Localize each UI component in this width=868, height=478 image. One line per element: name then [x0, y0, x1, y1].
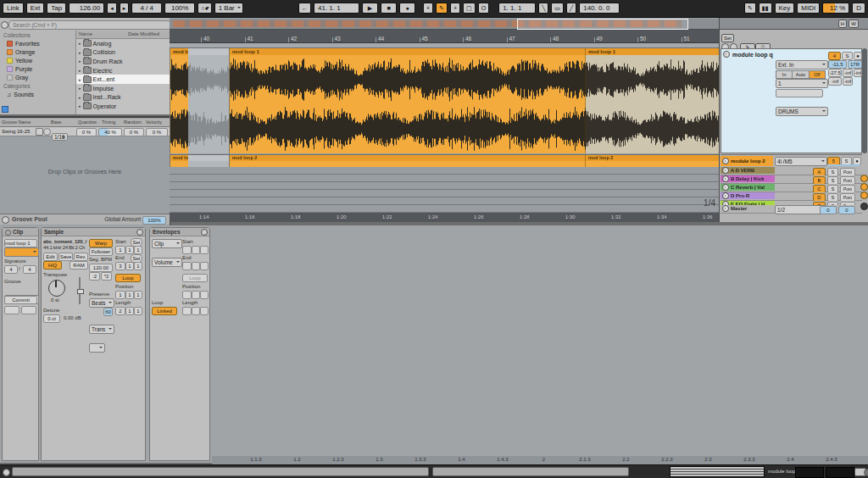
- overview-selection-box[interactable]: [517, 19, 688, 30]
- arrangement-position-field[interactable]: 41. 1. 1: [314, 3, 359, 14]
- track-name-block[interactable]: A D VERB: [721, 167, 775, 174]
- expand-arrow-icon[interactable]: ▸: [79, 50, 81, 55]
- monitor-in[interactable]: In: [776, 70, 793, 79]
- env-loop-button[interactable]: Loop: [182, 274, 208, 282]
- nudge-forward-button[interactable]: [21, 306, 36, 314]
- commit-button[interactable]: Commit: [4, 296, 37, 304]
- automation-arm-button[interactable]: +: [450, 3, 460, 14]
- env-value-box[interactable]: [192, 262, 200, 270]
- panel-expand-icon[interactable]: [201, 229, 208, 236]
- overdub-button[interactable]: +: [423, 3, 433, 14]
- envelope-device-dropdown[interactable]: Clip: [152, 239, 182, 248]
- env-value-box[interactable]: [200, 307, 209, 315]
- midi-map-button[interactable]: MIDI: [797, 3, 820, 14]
- draw-mode-button[interactable]: ✎: [436, 3, 448, 14]
- track-header-module-loop-q[interactable]: module loop q Ext. In 1 In Auto Off DRUM…: [721, 48, 862, 153]
- global-amount-field[interactable]: 100%: [142, 216, 166, 225]
- sidebar-item-collection[interactable]: Purple: [0, 64, 75, 73]
- bar-number[interactable]: 40: [203, 36, 209, 42]
- width-zoom-button[interactable]: W: [849, 19, 859, 28]
- arrangement-overview[interactable]: [170, 19, 719, 30]
- groove-velocity-field[interactable]: 0 %: [146, 128, 168, 136]
- bar-number[interactable]: 46: [465, 36, 471, 42]
- double-tempo-button[interactable]: *2: [101, 272, 112, 281]
- browser-item[interactable]: ▸Electric: [76, 66, 170, 75]
- master-knob-icon[interactable]: [860, 203, 868, 210]
- position-sixteenth[interactable]: 1: [134, 291, 142, 299]
- column-name[interactable]: Name: [76, 31, 125, 38]
- groove-column-header[interactable]: Base: [51, 119, 62, 126]
- sidebar-item-collection[interactable]: Gray: [0, 73, 75, 81]
- transient-envelope-field[interactable]: 60: [103, 308, 113, 316]
- hiq-button[interactable]: HiQ: [43, 261, 62, 270]
- input-channel-dropdown[interactable]: 1: [776, 79, 828, 88]
- pan-field[interactable]: 17R: [848, 60, 862, 69]
- audio-clip[interactable]: mod loop 1: [170, 48, 189, 153]
- groove-amount-field[interactable]: 100%: [164, 3, 195, 14]
- stop-button[interactable]: ■: [381, 3, 397, 14]
- env-value-box[interactable]: [200, 246, 209, 254]
- expand-arrow-icon[interactable]: ▸: [79, 41, 81, 46]
- time-signature-field[interactable]: 4 / 4: [131, 3, 162, 14]
- expand-arrow-icon[interactable]: ▸: [79, 58, 81, 64]
- edit-button[interactable]: Edit: [43, 253, 58, 261]
- track-lane-module-loop-2[interactable]: mod loop 2 mod loop 2 mod loop 2: [170, 154, 719, 167]
- unfold-icon[interactable]: [722, 192, 729, 199]
- automation-lane[interactable]: [170, 197, 719, 205]
- monitor-auto[interactable]: Auto: [792, 70, 809, 79]
- follower-button[interactable]: Follower: [89, 247, 113, 256]
- browser-toggle-icon[interactable]: [1, 21, 8, 29]
- groove-random-field[interactable]: 0 %: [124, 128, 144, 136]
- time-ruler[interactable]: 1:141:161:181:201:221:241:261:281:301:32…: [170, 213, 719, 222]
- record-button[interactable]: ●: [399, 3, 415, 14]
- audio-clip[interactable]: mod loop 2: [170, 155, 189, 167]
- browser-item[interactable]: ▸Collision: [76, 48, 170, 58]
- expand-arrow-icon[interactable]: ▸: [79, 103, 81, 108]
- sidebar-item-collection[interactable]: Orange: [0, 47, 75, 56]
- draw-icon[interactable]: ✎: [744, 3, 756, 14]
- return-track-row[interactable]: A D VERBASPost: [721, 167, 862, 175]
- automation-lane[interactable]: [170, 182, 719, 190]
- arm-button[interactable]: ●: [854, 52, 862, 60]
- track-name-block[interactable]: B Delay | Kick: [721, 175, 775, 182]
- groove-quantize-field[interactable]: 0 %: [76, 128, 97, 136]
- groove-name[interactable]: Swing 16-25: [2, 129, 30, 134]
- env-value-box[interactable]: [200, 291, 209, 299]
- bar-number[interactable]: 47: [509, 36, 515, 42]
- length-bar[interactable]: 2: [115, 307, 125, 315]
- env-value-box[interactable]: [200, 262, 209, 270]
- track-activator[interactable]: 4: [828, 52, 841, 60]
- groove-column-header[interactable]: Timing: [102, 119, 115, 126]
- track-name-block[interactable]: D Pro-R: [721, 192, 775, 199]
- loop-button[interactable]: Loop: [115, 274, 141, 282]
- bar-number[interactable]: 42: [291, 36, 297, 42]
- audio-from-dropdown[interactable]: Ext. In: [776, 60, 828, 69]
- start-bar[interactable]: 1: [115, 246, 125, 254]
- follow-button[interactable]: ←: [298, 3, 311, 14]
- end-bar[interactable]: 3: [115, 262, 125, 270]
- monitor-off[interactable]: Off: [809, 70, 826, 79]
- length-beat[interactable]: 1: [125, 307, 134, 315]
- browser-item[interactable]: ▸Impulse: [76, 84, 170, 93]
- groove-pool-toggle-icon[interactable]: [2, 216, 9, 224]
- quantize-menu[interactable]: 1 Bar: [214, 3, 243, 14]
- tap-button[interactable]: Tap: [47, 3, 66, 14]
- bar-number[interactable]: 43: [335, 36, 341, 42]
- vertical-scrollbar[interactable]: [862, 48, 867, 153]
- sidebar-item-sounds[interactable]: ♫ Sounds: [0, 90, 75, 98]
- unfold-icon[interactable]: [722, 184, 729, 191]
- env-value-box[interactable]: [182, 262, 192, 270]
- expand-arrow-icon[interactable]: ▸: [79, 68, 81, 73]
- bar-number[interactable]: 50: [640, 36, 646, 42]
- groove-column-header[interactable]: Random: [124, 119, 142, 126]
- ram-button[interactable]: RAM: [70, 261, 88, 270]
- bar-number[interactable]: 51: [684, 36, 690, 42]
- env-value-box[interactable]: [182, 291, 192, 299]
- groove-timing-field[interactable]: 40 %: [98, 128, 122, 136]
- half-tempo-button[interactable]: :2: [89, 272, 100, 281]
- mini-arrangement-overview[interactable]: [670, 466, 765, 477]
- volume-field[interactable]: -11.5: [828, 60, 847, 69]
- master-track-row[interactable]: Master 1/2 0 0: [721, 205, 862, 214]
- automation-lane[interactable]: [170, 190, 719, 197]
- audio-to-dropdown[interactable]: DRUMS: [776, 107, 828, 116]
